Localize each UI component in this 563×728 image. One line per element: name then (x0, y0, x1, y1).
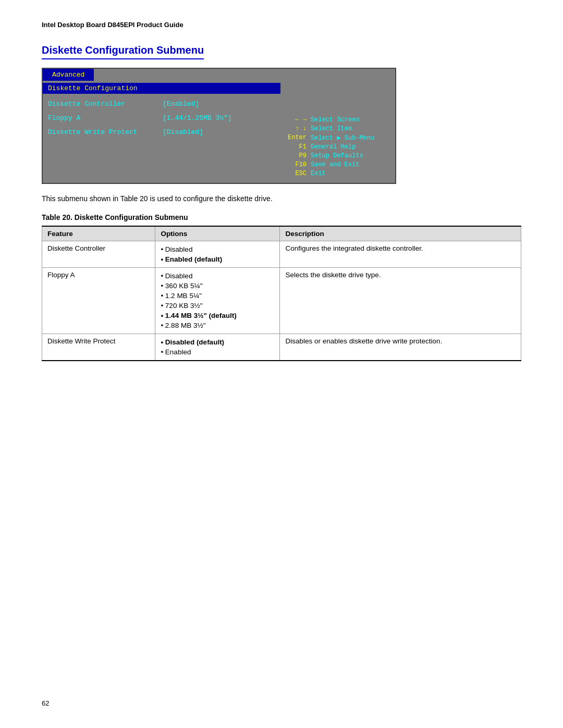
bios-label-write-protect: Diskette Write Protect (48, 128, 163, 136)
table-row-write-protect: Diskette Write Protect Disabled (default… (42, 334, 521, 361)
bios-help-updown: ↑ ↓ Select Item (285, 125, 391, 132)
feature-floppy-a: Floppy A (42, 268, 155, 334)
option-720kb: 720 KB 3½" (161, 301, 274, 311)
bios-submenu-title: Diskette Configuration (43, 83, 280, 94)
bios-menu-tab5 (321, 69, 397, 81)
bios-value-diskette-controller: [Enabled] (163, 100, 199, 108)
option-disabled-default: Disabled (default) (161, 337, 274, 347)
bios-desc-general-help: General Help (311, 143, 356, 151)
bios-value-floppy-a: [1.44/1.25MB 3½"] (163, 114, 232, 122)
table-title: Table 20. Diskette Configuration Submenu (42, 213, 521, 221)
col-header-options: Options (155, 226, 280, 241)
option-enabled: Enabled (161, 347, 274, 357)
options-floppy-a: Disabled 360 KB 5¼" 1.2 MB 5¼" 720 KB 3½… (155, 268, 280, 334)
config-table: Feature Options Description Diskette Con… (42, 226, 521, 361)
bios-row-diskette-controller: Diskette Controller [Enabled] (43, 97, 280, 111)
bios-help-enter: Enter Select ▶ Sub-Menu (285, 134, 391, 142)
description-text: This submenu shown in Table 20 is used t… (42, 194, 521, 203)
bios-desc-setup-defaults: Setup Defaults (311, 152, 363, 159)
bios-menu-advanced: Advanced (43, 69, 94, 81)
option-enabled-default: Enabled (default) (161, 254, 274, 264)
bios-help-f1: F1 General Help (285, 143, 391, 151)
option-disabled: Disabled (161, 244, 274, 254)
feature-write-protect: Diskette Write Protect (42, 334, 155, 361)
bios-label-diskette-controller: Diskette Controller (48, 100, 163, 108)
bios-menu-tab2 (94, 69, 169, 81)
table-row-diskette-controller: Diskette Controller Disabled Enabled (de… (42, 241, 521, 268)
bios-menu-tab4 (246, 69, 321, 81)
feature-diskette-controller: Diskette Controller (42, 241, 155, 268)
option-360kb: 360 KB 5¼" (161, 281, 274, 291)
bios-desc-select-screen: Select Screen (311, 116, 360, 124)
col-header-feature: Feature (42, 226, 155, 241)
header-title: Intel Desktop Board D845EPI Product Guid… (42, 21, 183, 29)
bios-desc-sub-menu: Select ▶ Sub-Menu (311, 134, 374, 142)
col-header-description: Description (280, 226, 521, 241)
page-header: Intel Desktop Board D845EPI Product Guid… (42, 21, 521, 29)
bios-value-write-protect: [Disabled] (163, 128, 203, 136)
bios-menu-tab3 (170, 69, 246, 81)
table-row-floppy-a: Floppy A Disabled 360 KB 5¼" 1.2 MB 5¼" … (42, 268, 521, 334)
bios-key-esc: ESC (285, 170, 311, 177)
bios-key-f10: F10 (285, 161, 311, 168)
bios-empty-space (43, 139, 280, 155)
bios-screen: Advanced Diskette Configuration Diskette… (42, 68, 396, 184)
bios-key-arrows: ← → (285, 116, 311, 124)
bios-menu-bar: Advanced (43, 69, 395, 81)
bios-right-panel: ← → Select Screen ↑ ↓ Select Item Enter … (280, 81, 395, 183)
option-1-44mb-default: 1.44 MB 3½" (default) (161, 311, 274, 320)
option-1-2mb: 1.2 MB 5¼" (161, 291, 274, 301)
bios-label-floppy-a: Floppy A (48, 114, 163, 122)
bios-desc-select-item: Select Item (311, 125, 352, 132)
section-title: Diskette Configuration Submenu (42, 44, 204, 59)
bios-key-updown: ↑ ↓ (285, 125, 311, 132)
bios-help-p9: P9 Setup Defaults (285, 152, 391, 159)
bios-row-floppy-a: Floppy A [1.44/1.25MB 3½"] (43, 111, 280, 125)
bios-desc-save-exit: Save and Exit (311, 161, 360, 168)
bios-help-table: ← → Select Screen ↑ ↓ Select Item Enter … (285, 116, 391, 177)
bios-menu-tab6 (397, 69, 472, 81)
bios-key-enter: Enter (285, 134, 311, 141)
option-floppy-disabled: Disabled (161, 271, 274, 281)
bios-key-p9: P9 (285, 152, 311, 159)
bios-help-arrows: ← → Select Screen (285, 116, 391, 124)
page-number: 62 (42, 699, 49, 707)
bios-desc-exit: Exit (311, 170, 326, 177)
bios-row-write-protect: Diskette Write Protect [Disabled] (43, 125, 280, 139)
options-write-protect: Disabled (default) Enabled (155, 334, 280, 361)
option-2-88mb: 2.88 MB 3½" (161, 320, 274, 330)
bios-content-area: Diskette Configuration Diskette Controll… (43, 81, 395, 183)
options-diskette-controller: Disabled Enabled (default) (155, 241, 280, 268)
bios-key-f1: F1 (285, 143, 311, 151)
desc-floppy-a: Selects the diskette drive type. (280, 268, 521, 334)
desc-diskette-controller: Configures the integrated diskette contr… (280, 241, 521, 268)
bios-help-esc: ESC Exit (285, 170, 391, 177)
desc-write-protect: Disables or enables diskette drive write… (280, 334, 521, 361)
bios-help-f10: F10 Save and Exit (285, 161, 391, 168)
bios-left-panel: Diskette Configuration Diskette Controll… (43, 81, 280, 183)
